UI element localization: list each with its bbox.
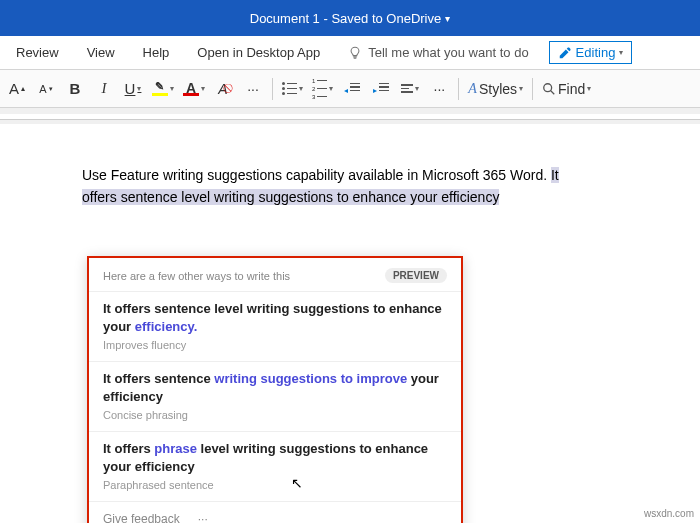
increase-indent-button[interactable]: ▸: [367, 75, 395, 103]
title-bar: Document 1 - Saved to OneDrive ▾: [0, 0, 700, 36]
preview-badge: PREVIEW: [385, 268, 447, 283]
bold-button[interactable]: B: [61, 75, 89, 103]
svg-line-1: [551, 90, 555, 94]
tab-view[interactable]: View: [73, 45, 129, 60]
suggestion-item[interactable]: It offers sentence level writing suggest…: [89, 291, 461, 361]
search-icon: [542, 82, 556, 96]
shrink-font-button[interactable]: A▾: [32, 75, 60, 103]
page-separator: [0, 114, 700, 120]
save-status[interactable]: Saved to OneDrive: [331, 11, 441, 26]
suggestion-subtitle: Paraphrased sentence: [103, 479, 447, 491]
highlight-button[interactable]: ✎▾: [148, 75, 178, 103]
divider: [458, 78, 459, 100]
grow-font-button[interactable]: A▴: [3, 75, 31, 103]
lightbulb-icon: [348, 46, 362, 60]
divider: [532, 78, 533, 100]
doc-title: Document 1: [250, 11, 320, 26]
styles-button[interactable]: AStyles▾: [464, 75, 527, 103]
suggestion-subtitle: Concise phrasing: [103, 409, 447, 421]
italic-button[interactable]: I: [90, 75, 118, 103]
find-button[interactable]: Find▾: [538, 75, 595, 103]
clear-format-button[interactable]: A⃠: [210, 75, 238, 103]
more-font-button[interactable]: ···: [239, 75, 267, 103]
document-text[interactable]: Use Feature writing suggestions capabili…: [82, 164, 640, 209]
tab-help[interactable]: Help: [129, 45, 184, 60]
more-options-button[interactable]: ···: [198, 512, 208, 523]
more-para-button[interactable]: ···: [425, 75, 453, 103]
menu-bar: Review View Help Open in Desktop App Tel…: [0, 36, 700, 70]
ribbon-toolbar: A▴ A▾ B I U▾ ✎▾ A▾ A⃠ ··· ▾ 123▾ ◂ ▸ ▾ ·…: [0, 70, 700, 108]
decrease-indent-button[interactable]: ◂: [338, 75, 366, 103]
chevron-down-icon[interactable]: ▾: [445, 13, 450, 24]
feedback-row: Give feedback ···: [89, 501, 461, 523]
divider: [272, 78, 273, 100]
numbering-button[interactable]: 123▾: [308, 75, 337, 103]
svg-point-0: [544, 83, 552, 91]
card-header: Here are a few other ways to write this …: [89, 258, 461, 291]
card-heading: Here are a few other ways to write this: [103, 270, 290, 282]
underline-button[interactable]: U▾: [119, 75, 147, 103]
watermark: wsxdn.com: [644, 508, 694, 519]
suggestion-item[interactable]: It offers phrase level writing suggestio…: [89, 431, 461, 501]
suggestion-subtitle: Improves fluency: [103, 339, 447, 351]
pencil-icon: [558, 46, 572, 60]
align-button[interactable]: ▾: [396, 75, 424, 103]
tell-me-search[interactable]: Tell me what you want to do: [334, 45, 542, 60]
suggestion-item[interactable]: It offers sentence writing suggestions t…: [89, 361, 461, 431]
writing-suggestions-card: Here are a few other ways to write this …: [87, 256, 463, 523]
tab-review[interactable]: Review: [2, 45, 73, 60]
chevron-down-icon: ▾: [619, 48, 623, 57]
give-feedback-link[interactable]: Give feedback: [103, 512, 180, 523]
font-color-button[interactable]: A▾: [179, 75, 209, 103]
bullets-button[interactable]: ▾: [278, 75, 307, 103]
editing-mode-button[interactable]: Editing ▾: [549, 41, 633, 64]
open-in-desktop-button[interactable]: Open in Desktop App: [183, 45, 334, 60]
